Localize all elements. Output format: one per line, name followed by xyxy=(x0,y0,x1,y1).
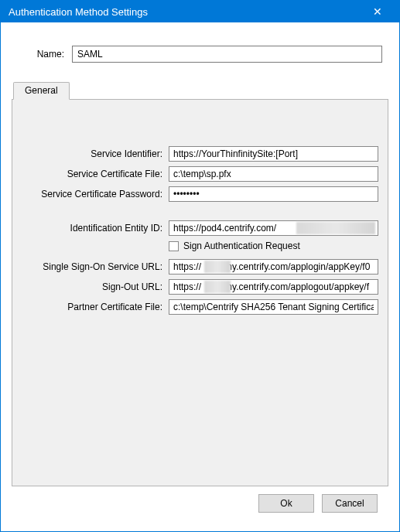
label-service-cert-password: Service Certificate Password: xyxy=(22,189,169,200)
label-sign-auth-request: Sign Authentication Request xyxy=(183,240,300,251)
row-service-cert-password: Service Certificate Password: xyxy=(22,186,378,202)
name-label: Name: xyxy=(18,49,72,60)
label-sso-url: Single Sign-On Service URL: xyxy=(22,261,169,272)
input-service-identifier[interactable] xyxy=(169,146,378,162)
row-sso-url: Single Sign-On Service URL: xyxy=(22,259,378,275)
row-service-cert-file: Service Certificate File: xyxy=(22,166,378,182)
dialog-footer: Ok Cancel xyxy=(12,486,388,523)
input-sso-url[interactable] xyxy=(169,259,378,275)
ok-button[interactable]: Ok xyxy=(258,494,314,513)
cancel-button[interactable]: Cancel xyxy=(322,494,378,513)
row-signout-url: Sign-Out URL: xyxy=(22,279,378,295)
input-entity-id[interactable] xyxy=(169,220,378,236)
input-service-cert-file[interactable] xyxy=(169,166,378,182)
name-row: Name: xyxy=(18,46,382,63)
name-input[interactable] xyxy=(72,46,382,63)
tab-page-general: Service Identifier: Service Certificate … xyxy=(12,100,388,486)
titlebar: Authentication Method Settings ✕ xyxy=(1,1,399,22)
client-area: Name: General Service Identifier: Servic… xyxy=(1,22,399,531)
input-partner-cert-file[interactable] xyxy=(169,299,378,315)
close-icon[interactable]: ✕ xyxy=(362,1,393,22)
window-title: Authentication Method Settings xyxy=(9,6,362,18)
checkbox-sign-auth-request[interactable] xyxy=(169,241,179,251)
label-signout-url: Sign-Out URL: xyxy=(22,281,169,292)
input-signout-url[interactable] xyxy=(169,279,378,295)
row-partner-cert-file: Partner Certificate File: xyxy=(22,299,378,315)
label-entity-id: Identification Entity ID: xyxy=(22,223,169,234)
label-partner-cert-file: Partner Certificate File: xyxy=(22,302,169,312)
label-service-cert-file: Service Certificate File: xyxy=(22,169,169,179)
row-service-identifier: Service Identifier: xyxy=(22,146,378,162)
tabstrip: General xyxy=(12,81,388,100)
row-entity-id: Identification Entity ID: xyxy=(22,220,378,236)
tab-general[interactable]: General xyxy=(13,82,70,100)
label-service-identifier: Service Identifier: xyxy=(22,148,169,159)
row-sign-auth-request: Sign Authentication Request xyxy=(22,240,378,251)
input-service-cert-password[interactable] xyxy=(169,186,378,202)
